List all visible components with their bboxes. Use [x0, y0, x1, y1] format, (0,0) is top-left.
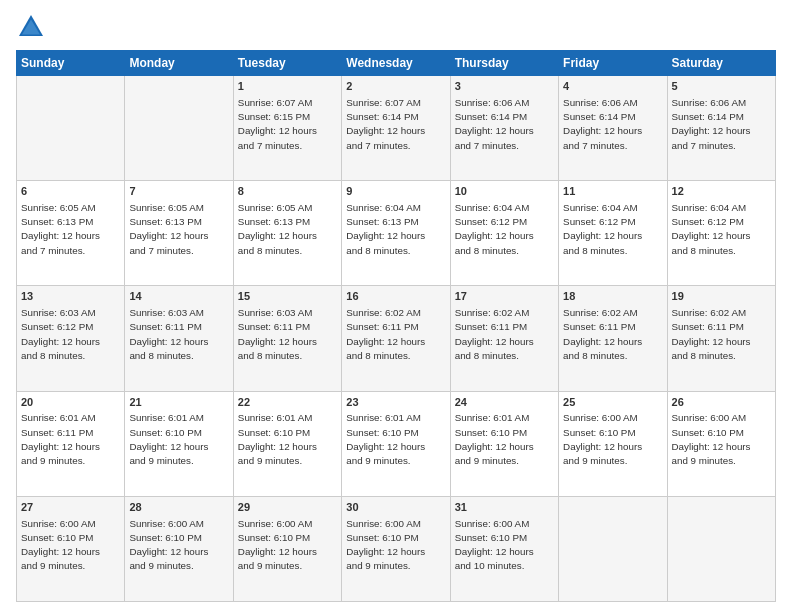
day-info: Sunrise: 6:02 AM Sunset: 6:11 PM Dayligh…: [672, 307, 751, 361]
day-number: 19: [672, 289, 771, 304]
day-info: Sunrise: 6:05 AM Sunset: 6:13 PM Dayligh…: [21, 202, 100, 256]
day-info: Sunrise: 6:04 AM Sunset: 6:12 PM Dayligh…: [672, 202, 751, 256]
day-info: Sunrise: 6:01 AM Sunset: 6:11 PM Dayligh…: [21, 412, 100, 466]
day-header-tuesday: Tuesday: [233, 51, 341, 76]
calendar-week-3: 13Sunrise: 6:03 AM Sunset: 6:12 PM Dayli…: [17, 286, 776, 391]
calendar-cell: 16Sunrise: 6:02 AM Sunset: 6:11 PM Dayli…: [342, 286, 450, 391]
day-info: Sunrise: 6:03 AM Sunset: 6:11 PM Dayligh…: [238, 307, 317, 361]
day-number: 26: [672, 395, 771, 410]
day-info: Sunrise: 6:04 AM Sunset: 6:12 PM Dayligh…: [455, 202, 534, 256]
day-number: 14: [129, 289, 228, 304]
header: [16, 12, 776, 42]
calendar-cell: 19Sunrise: 6:02 AM Sunset: 6:11 PM Dayli…: [667, 286, 775, 391]
day-header-wednesday: Wednesday: [342, 51, 450, 76]
day-number: 21: [129, 395, 228, 410]
day-info: Sunrise: 6:06 AM Sunset: 6:14 PM Dayligh…: [563, 97, 642, 151]
day-info: Sunrise: 6:00 AM Sunset: 6:10 PM Dayligh…: [346, 518, 425, 572]
calendar-cell: 29Sunrise: 6:00 AM Sunset: 6:10 PM Dayli…: [233, 496, 341, 601]
day-number: 13: [21, 289, 120, 304]
calendar-cell: 3Sunrise: 6:06 AM Sunset: 6:14 PM Daylig…: [450, 76, 558, 181]
day-header-friday: Friday: [559, 51, 667, 76]
calendar-week-5: 27Sunrise: 6:00 AM Sunset: 6:10 PM Dayli…: [17, 496, 776, 601]
day-number: 1: [238, 79, 337, 94]
calendar-cell: 11Sunrise: 6:04 AM Sunset: 6:12 PM Dayli…: [559, 181, 667, 286]
day-number: 6: [21, 184, 120, 199]
calendar-cell: 15Sunrise: 6:03 AM Sunset: 6:11 PM Dayli…: [233, 286, 341, 391]
day-number: 2: [346, 79, 445, 94]
calendar-cell: 24Sunrise: 6:01 AM Sunset: 6:10 PM Dayli…: [450, 391, 558, 496]
day-number: 3: [455, 79, 554, 94]
calendar-cell: 2Sunrise: 6:07 AM Sunset: 6:14 PM Daylig…: [342, 76, 450, 181]
calendar-cell: 27Sunrise: 6:00 AM Sunset: 6:10 PM Dayli…: [17, 496, 125, 601]
day-info: Sunrise: 6:07 AM Sunset: 6:15 PM Dayligh…: [238, 97, 317, 151]
day-number: 7: [129, 184, 228, 199]
calendar-cell: 17Sunrise: 6:02 AM Sunset: 6:11 PM Dayli…: [450, 286, 558, 391]
day-header-thursday: Thursday: [450, 51, 558, 76]
day-number: 22: [238, 395, 337, 410]
calendar-cell: 9Sunrise: 6:04 AM Sunset: 6:13 PM Daylig…: [342, 181, 450, 286]
day-header-sunday: Sunday: [17, 51, 125, 76]
calendar-week-4: 20Sunrise: 6:01 AM Sunset: 6:11 PM Dayli…: [17, 391, 776, 496]
day-info: Sunrise: 6:01 AM Sunset: 6:10 PM Dayligh…: [238, 412, 317, 466]
calendar-week-1: 1Sunrise: 6:07 AM Sunset: 6:15 PM Daylig…: [17, 76, 776, 181]
day-number: 11: [563, 184, 662, 199]
calendar-cell: 20Sunrise: 6:01 AM Sunset: 6:11 PM Dayli…: [17, 391, 125, 496]
day-header-row: SundayMondayTuesdayWednesdayThursdayFrid…: [17, 51, 776, 76]
day-number: 8: [238, 184, 337, 199]
day-number: 31: [455, 500, 554, 515]
calendar-body: 1Sunrise: 6:07 AM Sunset: 6:15 PM Daylig…: [17, 76, 776, 602]
calendar-cell: [667, 496, 775, 601]
calendar-cell: 26Sunrise: 6:00 AM Sunset: 6:10 PM Dayli…: [667, 391, 775, 496]
calendar-cell: [125, 76, 233, 181]
day-number: 15: [238, 289, 337, 304]
day-number: 5: [672, 79, 771, 94]
day-info: Sunrise: 6:05 AM Sunset: 6:13 PM Dayligh…: [129, 202, 208, 256]
calendar-cell: 22Sunrise: 6:01 AM Sunset: 6:10 PM Dayli…: [233, 391, 341, 496]
day-info: Sunrise: 6:03 AM Sunset: 6:12 PM Dayligh…: [21, 307, 100, 361]
day-number: 29: [238, 500, 337, 515]
page: SundayMondayTuesdayWednesdayThursdayFrid…: [0, 0, 792, 612]
calendar-cell: 12Sunrise: 6:04 AM Sunset: 6:12 PM Dayli…: [667, 181, 775, 286]
day-info: Sunrise: 6:05 AM Sunset: 6:13 PM Dayligh…: [238, 202, 317, 256]
calendar-cell: 14Sunrise: 6:03 AM Sunset: 6:11 PM Dayli…: [125, 286, 233, 391]
day-header-saturday: Saturday: [667, 51, 775, 76]
calendar-cell: 10Sunrise: 6:04 AM Sunset: 6:12 PM Dayli…: [450, 181, 558, 286]
calendar-cell: 6Sunrise: 6:05 AM Sunset: 6:13 PM Daylig…: [17, 181, 125, 286]
day-info: Sunrise: 6:02 AM Sunset: 6:11 PM Dayligh…: [455, 307, 534, 361]
day-number: 17: [455, 289, 554, 304]
day-info: Sunrise: 6:00 AM Sunset: 6:10 PM Dayligh…: [672, 412, 751, 466]
day-info: Sunrise: 6:01 AM Sunset: 6:10 PM Dayligh…: [129, 412, 208, 466]
calendar-cell: 25Sunrise: 6:00 AM Sunset: 6:10 PM Dayli…: [559, 391, 667, 496]
day-info: Sunrise: 6:07 AM Sunset: 6:14 PM Dayligh…: [346, 97, 425, 151]
calendar-header: SundayMondayTuesdayWednesdayThursdayFrid…: [17, 51, 776, 76]
calendar-cell: 31Sunrise: 6:00 AM Sunset: 6:10 PM Dayli…: [450, 496, 558, 601]
day-info: Sunrise: 6:06 AM Sunset: 6:14 PM Dayligh…: [672, 97, 751, 151]
day-number: 10: [455, 184, 554, 199]
calendar-cell: [17, 76, 125, 181]
calendar-cell: 21Sunrise: 6:01 AM Sunset: 6:10 PM Dayli…: [125, 391, 233, 496]
day-info: Sunrise: 6:00 AM Sunset: 6:10 PM Dayligh…: [563, 412, 642, 466]
day-number: 9: [346, 184, 445, 199]
calendar-cell: 18Sunrise: 6:02 AM Sunset: 6:11 PM Dayli…: [559, 286, 667, 391]
calendar-week-2: 6Sunrise: 6:05 AM Sunset: 6:13 PM Daylig…: [17, 181, 776, 286]
day-number: 20: [21, 395, 120, 410]
day-number: 28: [129, 500, 228, 515]
day-number: 24: [455, 395, 554, 410]
day-info: Sunrise: 6:00 AM Sunset: 6:10 PM Dayligh…: [129, 518, 208, 572]
day-number: 25: [563, 395, 662, 410]
logo: [16, 12, 48, 42]
day-info: Sunrise: 6:00 AM Sunset: 6:10 PM Dayligh…: [455, 518, 534, 572]
day-info: Sunrise: 6:03 AM Sunset: 6:11 PM Dayligh…: [129, 307, 208, 361]
day-number: 27: [21, 500, 120, 515]
calendar-cell: 7Sunrise: 6:05 AM Sunset: 6:13 PM Daylig…: [125, 181, 233, 286]
day-info: Sunrise: 6:04 AM Sunset: 6:13 PM Dayligh…: [346, 202, 425, 256]
calendar-cell: 1Sunrise: 6:07 AM Sunset: 6:15 PM Daylig…: [233, 76, 341, 181]
calendar-cell: [559, 496, 667, 601]
logo-icon: [16, 12, 46, 42]
calendar-cell: 13Sunrise: 6:03 AM Sunset: 6:12 PM Dayli…: [17, 286, 125, 391]
day-number: 16: [346, 289, 445, 304]
day-info: Sunrise: 6:04 AM Sunset: 6:12 PM Dayligh…: [563, 202, 642, 256]
calendar-table: SundayMondayTuesdayWednesdayThursdayFrid…: [16, 50, 776, 602]
day-number: 18: [563, 289, 662, 304]
day-info: Sunrise: 6:00 AM Sunset: 6:10 PM Dayligh…: [21, 518, 100, 572]
